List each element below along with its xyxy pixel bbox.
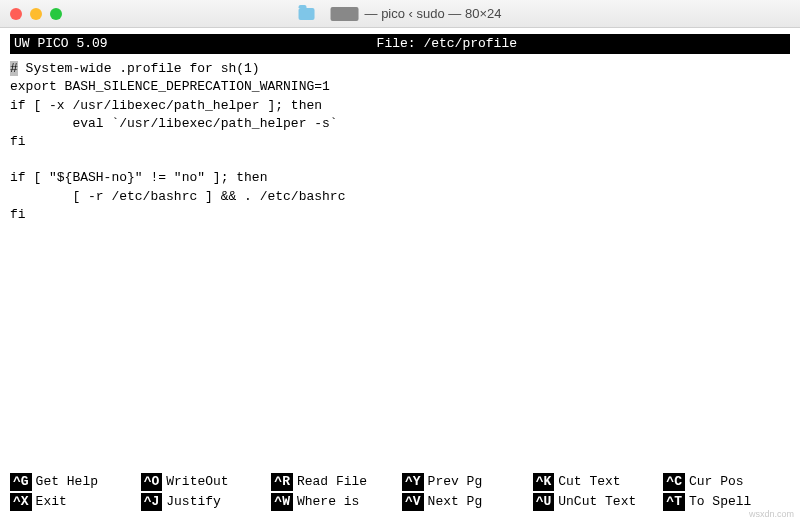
shortcut-where-is[interactable]: ^WWhere is [271, 493, 398, 511]
editor-app-name: UW PICO 5.09 [14, 35, 108, 53]
editor-file-label: File: /etc/profile [377, 35, 517, 53]
shortcut-key: ^X [10, 493, 32, 511]
shortcut-read-file[interactable]: ^RRead File [271, 473, 398, 491]
shortcut-key: ^O [141, 473, 163, 491]
shortcut-bar: ^GGet Help ^OWriteOut ^RRead File ^YPrev… [10, 473, 790, 511]
shortcut-label: WriteOut [166, 473, 228, 491]
shortcut-key: ^V [402, 493, 424, 511]
shortcut-get-help[interactable]: ^GGet Help [10, 473, 137, 491]
shortcut-key: ^K [533, 473, 555, 491]
editor-line: export BASH_SILENCE_DEPRECATION_WARNING=… [10, 79, 330, 94]
window-titlebar: — pico ‹ sudo — 80×24 [0, 0, 800, 28]
shortcut-key: ^W [271, 493, 293, 511]
shortcut-label: Get Help [36, 473, 98, 491]
shortcut-key: ^C [663, 473, 685, 491]
editor-line: if [ -x /usr/libexec/path_helper ]; then [10, 98, 322, 113]
shortcut-writeout[interactable]: ^OWriteOut [141, 473, 268, 491]
folder-icon [299, 8, 315, 20]
close-icon[interactable] [10, 8, 22, 20]
shortcut-key: ^R [271, 473, 293, 491]
shortcut-key: ^Y [402, 473, 424, 491]
editor-line: fi [10, 134, 26, 149]
shortcut-key: ^T [663, 493, 685, 511]
shortcut-label: To Spell [689, 493, 751, 511]
shortcut-prev-pg[interactable]: ^YPrev Pg [402, 473, 529, 491]
terminal-area[interactable]: UW PICO 5.09 File: /etc/profile # System… [0, 28, 800, 521]
shortcut-next-pg[interactable]: ^VNext Pg [402, 493, 529, 511]
traffic-lights [10, 8, 62, 20]
shortcut-label: Read File [297, 473, 367, 491]
window-title: — pico ‹ sudo — 80×24 [299, 6, 502, 21]
shortcut-label: Where is [297, 493, 359, 511]
shortcut-exit[interactable]: ^XExit [10, 493, 137, 511]
shortcut-label: UnCut Text [558, 493, 636, 511]
shortcut-label: Cur Pos [689, 473, 744, 491]
editor-line: [ -r /etc/bashrc ] && . /etc/bashrc [10, 189, 345, 204]
shortcut-key: ^J [141, 493, 163, 511]
editor-status-bar: UW PICO 5.09 File: /etc/profile [10, 34, 790, 54]
shortcut-label: Prev Pg [428, 473, 483, 491]
editor-line: if [ "${BASH-no}" != "no" ]; then [10, 170, 267, 185]
shortcut-key: ^U [533, 493, 555, 511]
shortcut-label: Next Pg [428, 493, 483, 511]
shortcut-cur-pos[interactable]: ^CCur Pos [663, 473, 790, 491]
shortcut-uncut-text[interactable]: ^UUnCut Text [533, 493, 660, 511]
shortcut-label: Justify [166, 493, 221, 511]
shortcut-label: Exit [36, 493, 67, 511]
cursor: # [10, 61, 18, 76]
editor-line: fi [10, 207, 26, 222]
editor-line: System-wide .profile for sh(1) [18, 61, 260, 76]
shortcut-cut-text[interactable]: ^KCut Text [533, 473, 660, 491]
title-redacted-icon [331, 7, 359, 21]
shortcut-justify[interactable]: ^JJustify [141, 493, 268, 511]
zoom-icon[interactable] [50, 8, 62, 20]
shortcut-label: Cut Text [558, 473, 620, 491]
window-title-text: — pico ‹ sudo — 80×24 [365, 6, 502, 21]
minimize-icon[interactable] [30, 8, 42, 20]
watermark: wsxdn.com [749, 508, 794, 521]
editor-content[interactable]: # System-wide .profile for sh(1) export … [10, 60, 790, 440]
editor-line: eval `/usr/libexec/path_helper -s` [10, 116, 338, 131]
shortcut-key: ^G [10, 473, 32, 491]
